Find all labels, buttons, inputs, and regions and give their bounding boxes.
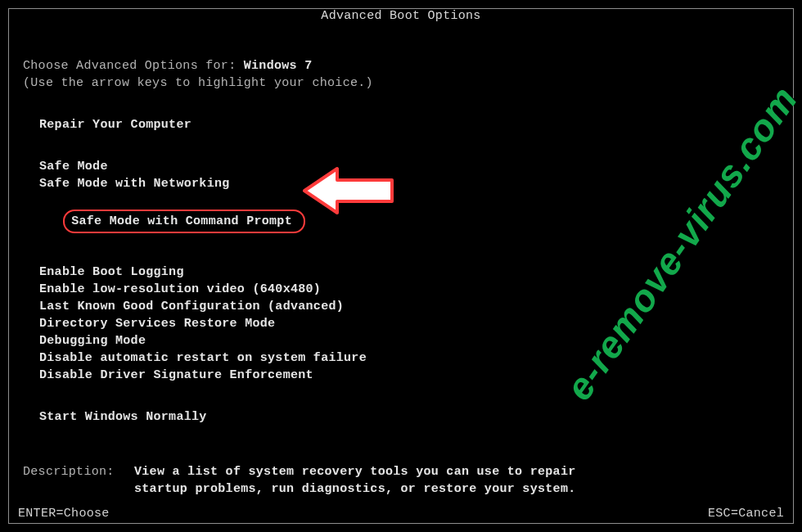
description-line-1: View a list of system recovery tools you… — [134, 463, 575, 480]
description-label: Description: — [23, 463, 134, 498]
screen-title: Advanced Boot Options — [314, 9, 487, 23]
option-safe-mode-networking[interactable]: Safe Mode with Networking — [23, 175, 779, 192]
title-bar: Advanced Boot Options — [8, 8, 794, 36]
footer-enter: ENTER=Choose — [18, 507, 110, 521]
description-line-2: startup problems, run diagnostics, or re… — [134, 480, 575, 498]
callout-arrow-icon — [300, 162, 399, 219]
option-safe-mode[interactable]: Safe Mode — [23, 158, 779, 175]
footer-bar: ENTER=Choose ESC=Cancel — [18, 507, 784, 521]
option-disable-auto-restart[interactable]: Disable automatic restart on system fail… — [23, 349, 779, 367]
option-debugging[interactable]: Debugging Mode — [23, 332, 779, 349]
intro-prefix: Choose Advanced Options for: — [23, 59, 244, 73]
option-safe-mode-cmd[interactable]: Safe Mode with Command Prompt — [63, 210, 305, 233]
intro-line: Choose Advanced Options for: Windows 7 — [23, 57, 779, 74]
option-start-normally[interactable]: Start Windows Normally — [23, 408, 779, 426]
hint-line: (Use the arrow keys to highlight your ch… — [23, 74, 779, 92]
footer-esc: ESC=Cancel — [708, 507, 784, 521]
os-name: Windows 7 — [244, 59, 313, 73]
option-disable-driver-sig[interactable]: Disable Driver Signature Enforcement — [23, 367, 779, 384]
description-block: Description: View a list of system recov… — [23, 463, 779, 498]
option-repair[interactable]: Repair Your Computer — [23, 116, 779, 133]
option-ds-restore[interactable]: Directory Services Restore Mode — [23, 315, 779, 332]
